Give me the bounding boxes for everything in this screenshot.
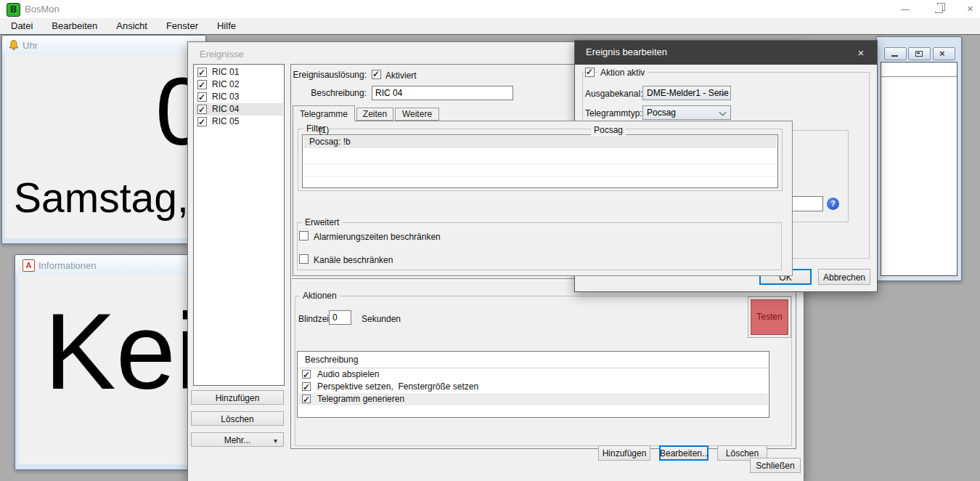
action-row[interactable]: Perspektive setzen, Fenstergröße setzen: [298, 381, 768, 393]
ric-checkbox[interactable]: [197, 105, 207, 114]
ric-list-item-selected[interactable]: RIC 04: [195, 103, 283, 116]
uhr-content: 0 Samstag,: [5, 54, 203, 238]
aktiviert-label: Aktiviert: [385, 70, 417, 81]
ric-checkbox[interactable]: [197, 117, 207, 126]
ric-list-item[interactable]: RIC 03: [195, 91, 283, 103]
menu-bearbeiten[interactable]: Bearbeiten: [42, 18, 107, 34]
ric-listbox: RIC 01 RIC 02 RIC 03 RIC 04 RIC 05: [193, 64, 285, 386]
testen-button[interactable]: Testen: [751, 299, 788, 335]
action-row[interactable]: Audio abspielen: [298, 368, 768, 381]
minimize-button[interactable]: [893, 0, 918, 18]
ric-list-item[interactable]: RIC 01: [195, 66, 283, 78]
filter-list: Pocsag: !b: [302, 134, 778, 188]
menu-ansicht[interactable]: Ansicht: [107, 18, 157, 34]
action-checkbox[interactable]: [302, 370, 311, 379]
filter-list-item-selected[interactable]: Pocsag: !b: [303, 136, 777, 148]
child-minimize-icon: [891, 55, 898, 57]
alarmierungszeiten-label: Alarmierungszeiten beschränken: [314, 232, 441, 242]
ric-label: RIC 02: [212, 78, 239, 91]
ric-list-item[interactable]: RIC 02: [195, 78, 283, 91]
action-label: Telegramm generieren: [317, 393, 404, 405]
info-message-text: Kei: [44, 298, 194, 405]
help-icon[interactable]: [827, 198, 839, 210]
bosmon-app-icon: B: [7, 3, 20, 17]
uhr-window: Uhr 0 Samstag,: [1, 35, 206, 244]
close-icon: [967, 2, 973, 15]
action-label: Audio abspielen: [317, 368, 379, 381]
child-close-button[interactable]: [933, 47, 955, 60]
ric-label: RIC 03: [212, 91, 239, 103]
blindzeit-input[interactable]: [329, 310, 351, 325]
ausgabekanal-label: Ausgabekanal:: [585, 89, 642, 99]
ausgabekanal-select[interactable]: DME-Melder1 - Serie: [642, 86, 731, 100]
event-detail-panel: Ereignisauslösung: Aktiviert Beschreibun…: [290, 64, 796, 449]
menu-hilfe[interactable]: Hilfe: [208, 18, 245, 34]
main-window-title: BosMon: [25, 4, 60, 15]
close-button[interactable]: [960, 0, 980, 18]
filter-gridline: [303, 163, 777, 164]
menu-datei[interactable]: Datei: [1, 18, 42, 34]
telegram-monitor-window: [876, 36, 962, 281]
ausgabekanal-value: DME-Melder1 - Serie: [647, 88, 729, 98]
edit-dialog-close-icon[interactable]: [850, 46, 872, 60]
telegrammtyp-value: Pocsag: [647, 108, 676, 118]
edit-dialog-titlebar: Ereignis bearbeiten: [575, 41, 877, 65]
uhr-titlebar[interactable]: Uhr: [2, 36, 205, 54]
ric-add-button[interactable]: Hinzufügen: [191, 390, 284, 405]
clock-date-text: Samstag,: [14, 177, 189, 219]
filter-item-label: Pocsag: !b: [309, 136, 351, 148]
tab-weitere[interactable]: Weitere (0): [395, 108, 439, 121]
bosmon-application: B BosMon Datei Bearbeiten Ansicht Fenste…: [0, 0, 980, 481]
ereignisse-title: Ereignisse: [200, 49, 244, 60]
ric-list-item[interactable]: RIC 05: [195, 116, 283, 128]
action-checkbox[interactable]: [302, 395, 311, 403]
child-restore-button[interactable]: [908, 47, 931, 60]
action-row-selected[interactable]: Telegramm generieren: [298, 393, 768, 405]
menubar: Datei Bearbeiten Ansicht Fenster Hilfe: [0, 18, 980, 34]
uhr-title: Uhr: [23, 40, 38, 51]
actions-list-header: Beschreibung: [305, 355, 358, 365]
ric-checkbox[interactable]: [197, 68, 207, 77]
ric-label: RIC 04: [212, 103, 239, 116]
ric-more-button[interactable]: Mehr...: [191, 432, 284, 447]
action-add-button[interactable]: Hinzufügen: [598, 445, 650, 461]
ric-checkbox[interactable]: [197, 80, 207, 89]
informationen-content: Kei: [18, 275, 194, 464]
telegrammtyp-select[interactable]: Pocsag: [642, 105, 731, 120]
pocsag-group-label: Pocsag: [591, 125, 626, 135]
edit-dialog-title: Ereignis bearbeiten: [586, 47, 667, 57]
informationen-title: Informationen: [38, 260, 97, 271]
child-restore-icon: [915, 51, 923, 57]
restore-button[interactable]: [926, 0, 951, 18]
action-label: Perspektive setzen, Fenstergröße setzen: [317, 381, 478, 393]
chevron-down-icon: [274, 433, 277, 448]
tab-zeiten[interactable]: Zeiten (0): [356, 108, 393, 121]
child-close-icon: [939, 48, 945, 59]
action-checkbox[interactable]: [302, 382, 311, 391]
kanaele-checkbox[interactable]: [299, 254, 309, 264]
schliessen-button[interactable]: Schließen: [750, 458, 801, 473]
informationen-titlebar[interactable]: A Informationen: [15, 255, 197, 275]
action-edit-button[interactable]: Bearbeiten...: [659, 445, 709, 461]
child-list-header: [881, 62, 957, 77]
ric-label: RIC 05: [212, 116, 239, 128]
abbrechen-button[interactable]: Abbrechen: [818, 269, 870, 285]
description-label: Beschreibung:: [293, 88, 367, 98]
main-titlebar: B BosMon: [0, 0, 980, 18]
bell-icon: [8, 39, 20, 51]
alarmierungszeiten-checkbox[interactable]: [299, 231, 309, 240]
ric-checkbox[interactable]: [197, 92, 207, 102]
actions-list: Beschreibung Audio abspielen Perspektive…: [297, 351, 769, 418]
description-input[interactable]: [372, 86, 513, 100]
info-a-icon: A: [23, 259, 35, 272]
aktion-aktiv-checkbox[interactable]: [585, 68, 595, 77]
telegrammtyp-label: Telegrammtyp:: [585, 108, 642, 118]
tab-telegramme[interactable]: Telegramme (1): [293, 105, 355, 121]
ric-delete-button[interactable]: Löschen: [191, 411, 284, 426]
aktiviert-checkbox[interactable]: [372, 70, 381, 79]
filter-gridline: [303, 176, 777, 177]
menu-fenster[interactable]: Fenster: [157, 18, 208, 34]
child-minimize-button[interactable]: [884, 47, 907, 60]
aktionen-group-label: Aktionen: [300, 291, 340, 301]
erweitert-group-label: Erweitert: [302, 217, 342, 227]
